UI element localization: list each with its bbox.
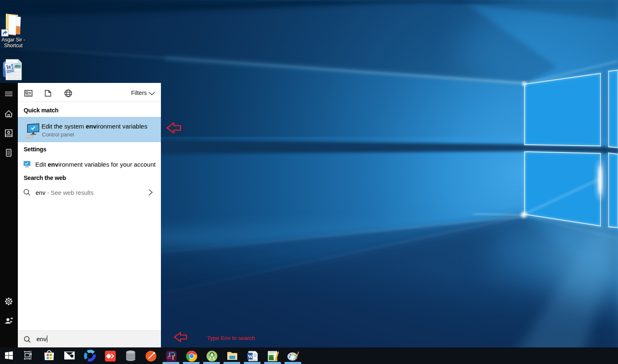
svg-text:W: W (248, 354, 253, 359)
